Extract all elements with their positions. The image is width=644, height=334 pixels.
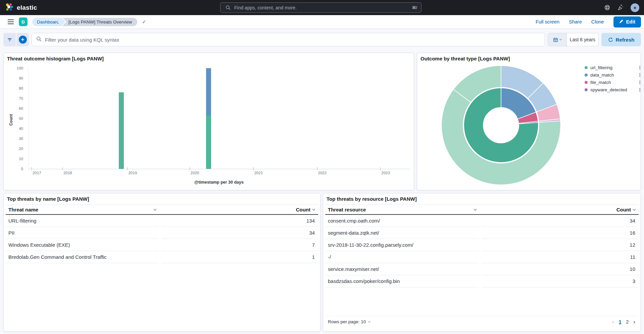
column-header-threat-resource[interactable]: Threat resource [325, 207, 479, 212]
table-header: Threat name Count [6, 204, 318, 215]
elastic-logo-icon [5, 3, 13, 13]
help-icon[interactable] [604, 4, 610, 11]
y-axis-tick-label: 90 [10, 76, 23, 80]
y-axis-tick-label: 10 [10, 157, 23, 161]
x-axis-tick-label: 2022 [318, 171, 327, 175]
legend-item-data_match[interactable]: data_match [585, 71, 640, 79]
refresh-icon [608, 37, 613, 42]
breadcrumb-current-page[interactable]: [Logs PANW] Threats Overview [61, 18, 137, 26]
legend-label: spyware_detected [590, 87, 627, 92]
table-row[interactable]: Windows Executable (EXE)7 [6, 239, 318, 251]
dashboard-actions: Full screen Share Clone Edit [536, 16, 641, 28]
plus-icon: + [19, 36, 27, 44]
table-row[interactable]: basdzsdas.com/poker/config.bin3 [325, 275, 639, 287]
add-filter-button[interactable]: + [16, 33, 29, 46]
filter-funnel-icon [7, 37, 12, 42]
legend-more-actions-icon[interactable] [639, 66, 640, 69]
brand-name: elastic [17, 4, 37, 11]
legend-color-dot [585, 74, 588, 77]
menu-button[interactable] [5, 16, 17, 28]
threat-cell: basdzsdas.com/poker/config.bin [325, 275, 479, 287]
user-avatar[interactable]: e [631, 3, 639, 12]
time-range-value[interactable]: Last 6 years [567, 33, 598, 46]
kql-search-input[interactable]: Filter your data using KQL syntax [32, 33, 545, 46]
check-icon[interactable]: ✓ [142, 19, 146, 25]
column-header-count[interactable]: Count [161, 207, 318, 212]
threat-cell: consent.cmp.oath.com/ [325, 215, 479, 227]
x-axis-tick-label: 2020 [191, 171, 199, 175]
x-axis-tick-mark [317, 167, 317, 170]
chevron-down-icon [154, 207, 156, 210]
table-row[interactable]: URL-filtering134 [6, 215, 318, 227]
table-row[interactable]: Bredolab.Gen Command and Control Traffic… [6, 251, 318, 263]
x-axis-tick-mark [253, 167, 254, 170]
search-icon [225, 4, 231, 11]
global-search-input[interactable]: Find apps, content, and more. ⌘/ [220, 2, 422, 13]
page-number-1[interactable]: 1 [619, 319, 622, 325]
column-label: Count [616, 207, 631, 212]
chevron-down-icon [312, 207, 315, 210]
legend-item-file_match[interactable]: file_match [585, 79, 640, 86]
date-picker-toggle[interactable] [548, 33, 567, 46]
histogram-bar-url_filtering[interactable] [206, 115, 211, 169]
table-row[interactable]: consent.cmp.oath.com/34 [325, 215, 639, 227]
legend-more-actions-icon[interactable] [639, 73, 640, 77]
histogram-plot: 2017201820192020202120222023 [28, 68, 410, 169]
threats-by-name-table: Threat name Count URL-filtering134PII34W… [6, 204, 318, 263]
threat-cell: PII [6, 227, 159, 239]
filter-bar: + Filter your data using KQL syntax [3, 33, 641, 46]
threat-type-donut-panel: Outcome by threat type [Logs PANW] url_f… [417, 53, 641, 190]
threats-by-resource-table: Threat resource Count consent.cmp.oath.c… [325, 204, 639, 287]
global-search-placeholder: Find apps, content, and more. [234, 5, 409, 10]
breadcrumb: Dashboard [Logs PANW] Threats Overview [32, 18, 137, 26]
panel-title: Top threats by resource [Logs PANW] [327, 196, 417, 202]
legend-item-spyware_detected[interactable]: spyware_detected [585, 86, 640, 93]
chevron-down-icon [368, 320, 370, 322]
column-header-count[interactable]: Count [482, 207, 639, 212]
column-header-threat-name[interactable]: Threat name [6, 207, 159, 212]
legend-color-dot [585, 81, 588, 84]
count-cell: 11 [482, 251, 639, 263]
legend-more-actions-icon[interactable] [639, 81, 640, 84]
elastic-brand[interactable]: elastic [0, 3, 37, 13]
next-page-button[interactable]: › [633, 319, 635, 325]
filter-controls-group: + [3, 33, 29, 46]
rows-per-page-selector[interactable]: Rows per page: 10 [326, 319, 370, 324]
table-row[interactable]: service.maxymiser.net/10 [325, 263, 639, 275]
search-shortcut-hint: ⌘/ [412, 5, 417, 10]
column-label: Count [296, 207, 310, 212]
share-link[interactable]: Share [569, 19, 582, 25]
dashboard-chrome-row: D Dashboard [Logs PANW] Threats Overview… [0, 15, 644, 29]
table-row[interactable]: PII34 [6, 227, 318, 239]
kql-placeholder: Filter your data using KQL syntax [45, 37, 119, 43]
space-badge[interactable]: D [19, 17, 28, 26]
x-axis-tick-label: 2023 [381, 171, 390, 175]
table-header: Threat resource Count [325, 204, 639, 215]
search-icon [36, 36, 42, 43]
legend-item-url_filtering[interactable]: url_filtering [585, 64, 640, 71]
count-cell: 3 [482, 275, 639, 287]
news-feed-icon[interactable] [617, 4, 624, 11]
chevron-down-icon [474, 207, 476, 210]
previous-page-button[interactable]: ‹ [612, 319, 614, 325]
table-row[interactable]: segment-data.zqtk.net/16 [325, 227, 639, 239]
breadcrumb-dashboard[interactable]: Dashboard [32, 18, 62, 26]
refresh-button[interactable]: Refresh [601, 33, 641, 46]
filter-options-button[interactable] [3, 33, 16, 46]
x-axis-tick-label: 2017 [33, 171, 41, 175]
x-axis-tick-mark [127, 167, 128, 170]
elastic-dashboard-screen: elastic Find apps, content, and more. ⌘/ [0, 0, 644, 334]
table-row[interactable]: -/11 [325, 251, 639, 263]
y-axis-tick-label: 30 [10, 137, 23, 141]
full-screen-link[interactable]: Full screen [536, 19, 559, 25]
histogram-bar-url_filtering[interactable] [119, 92, 124, 169]
clone-link[interactable]: Clone [591, 19, 604, 25]
edit-button[interactable]: Edit [613, 16, 641, 28]
page-number-2[interactable]: 2 [626, 319, 629, 325]
panel-title: Top threats by name [Logs PANW] [7, 196, 89, 202]
legend-more-actions-icon[interactable] [639, 88, 640, 92]
histogram-bar-data_match[interactable] [206, 68, 211, 115]
table-row[interactable]: srv-2018-11-30-22.config.parsely.com/12 [325, 239, 639, 251]
panel-title: Threat outcome histogram [Logs PANW] [7, 56, 104, 61]
count-cell: 12 [482, 239, 639, 251]
